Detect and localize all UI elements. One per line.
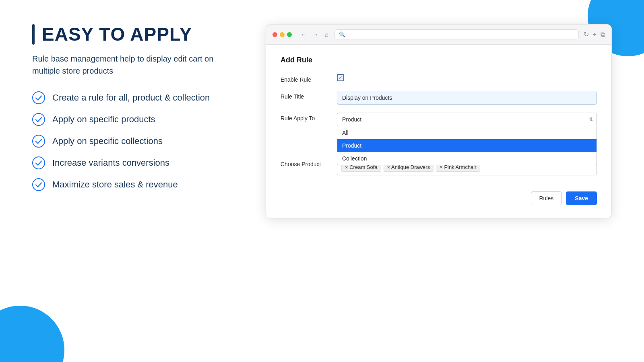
dropdown-option-collection[interactable]: Collection bbox=[337, 152, 597, 165]
right-panel: ← → ⌂ 🔍 ↻ + ⧉ Add Rule Enable Rule bbox=[266, 24, 612, 218]
rule-apply-select[interactable]: Product bbox=[337, 113, 597, 126]
check-icon-2 bbox=[32, 113, 45, 126]
dropdown-option-product[interactable]: Product bbox=[337, 139, 597, 152]
list-item: Increase variants conversions bbox=[32, 156, 242, 169]
browser-window: ← → ⌂ 🔍 ↻ + ⧉ Add Rule Enable Rule bbox=[266, 24, 612, 218]
check-icon-5 bbox=[32, 178, 45, 191]
select-value: Product bbox=[342, 116, 361, 123]
feature-label-2: Apply on specific products bbox=[52, 114, 155, 125]
feature-label-5: Maximize store sales & revenue bbox=[52, 179, 178, 190]
form-title: Add Rule bbox=[281, 56, 597, 64]
rule-title-label: Rule Title bbox=[281, 91, 329, 100]
svg-point-1 bbox=[33, 113, 45, 125]
feature-list: Create a rule for all, product & collect… bbox=[32, 91, 242, 191]
svg-point-0 bbox=[33, 92, 45, 104]
svg-point-4 bbox=[33, 179, 45, 191]
browser-search-bar[interactable]: 🔍 bbox=[334, 29, 578, 39]
left-panel: EASY TO APPLY Rule base management help … bbox=[32, 24, 242, 191]
list-item: Apply on specific products bbox=[32, 113, 242, 126]
browser-nav: ← → ⌂ bbox=[299, 31, 330, 39]
rule-title-input[interactable] bbox=[337, 91, 597, 105]
browser-dots bbox=[272, 32, 292, 37]
select-wrapper: Product ⇅ bbox=[337, 113, 597, 126]
refresh-button[interactable]: ↻ bbox=[584, 31, 589, 38]
browser-actions: ↻ + ⧉ bbox=[584, 31, 605, 38]
list-item: Create a rule for all, product & collect… bbox=[32, 91, 242, 104]
dropdown-option-all[interactable]: All bbox=[337, 126, 597, 139]
add-tab-button[interactable]: + bbox=[593, 31, 597, 38]
form-content: Add Rule Enable Rule ✓ Rule Title bbox=[266, 45, 611, 218]
rule-title-control bbox=[337, 91, 597, 105]
heading-wrapper: EASY TO APPLY bbox=[32, 24, 242, 45]
check-icon-3 bbox=[32, 135, 45, 148]
rule-apply-label: Rule Apply To bbox=[281, 113, 329, 121]
check-icon-4 bbox=[32, 156, 45, 169]
svg-point-2 bbox=[33, 135, 45, 147]
rule-apply-row: Rule Apply To Product ⇅ All Product bbox=[281, 113, 597, 126]
feature-label-1: Create a rule for all, product & collect… bbox=[52, 93, 210, 103]
enable-rule-label: Enable Rule bbox=[281, 74, 329, 83]
svg-point-3 bbox=[33, 157, 45, 169]
heading-border bbox=[32, 24, 35, 45]
enable-rule-checkbox[interactable]: ✓ bbox=[337, 74, 344, 81]
enable-rule-row: Enable Rule ✓ bbox=[281, 74, 597, 83]
form-footer: Rules Save bbox=[281, 185, 597, 205]
copy-button[interactable]: ⧉ bbox=[601, 31, 605, 38]
dot-green[interactable] bbox=[287, 32, 292, 37]
dot-red[interactable] bbox=[272, 32, 277, 37]
browser-bar: ← → ⌂ 🔍 ↻ + ⧉ bbox=[266, 25, 611, 45]
enable-rule-control: ✓ bbox=[337, 74, 597, 81]
feature-label-3: Apply on specific collections bbox=[52, 136, 163, 146]
page-content: EASY TO APPLY Rule base management help … bbox=[0, 0, 644, 362]
dot-yellow[interactable] bbox=[280, 32, 285, 37]
forward-button[interactable]: → bbox=[311, 31, 320, 39]
feature-label-4: Increase variants conversions bbox=[52, 158, 169, 168]
home-button[interactable]: ⌂ bbox=[323, 31, 330, 39]
check-icon-1 bbox=[32, 91, 45, 104]
checkbox-wrapper: ✓ bbox=[337, 74, 597, 81]
back-button[interactable]: ← bbox=[299, 31, 308, 39]
list-item: Maximize store sales & revenue bbox=[32, 178, 242, 191]
page-heading: EASY TO APPLY bbox=[42, 24, 192, 45]
list-item: Apply on specific collections bbox=[32, 135, 242, 148]
rules-button[interactable]: Rules bbox=[531, 191, 562, 205]
rule-title-row: Rule Title bbox=[281, 91, 597, 105]
search-icon: 🔍 bbox=[339, 31, 345, 37]
choose-product-label: Choose Product bbox=[281, 158, 329, 167]
dropdown-options: All Product Collection bbox=[337, 126, 597, 165]
page-subtitle: Rule base management help to display edi… bbox=[32, 53, 242, 77]
save-button[interactable]: Save bbox=[566, 191, 597, 205]
rule-apply-control: Product ⇅ All Product Collection bbox=[337, 113, 597, 126]
